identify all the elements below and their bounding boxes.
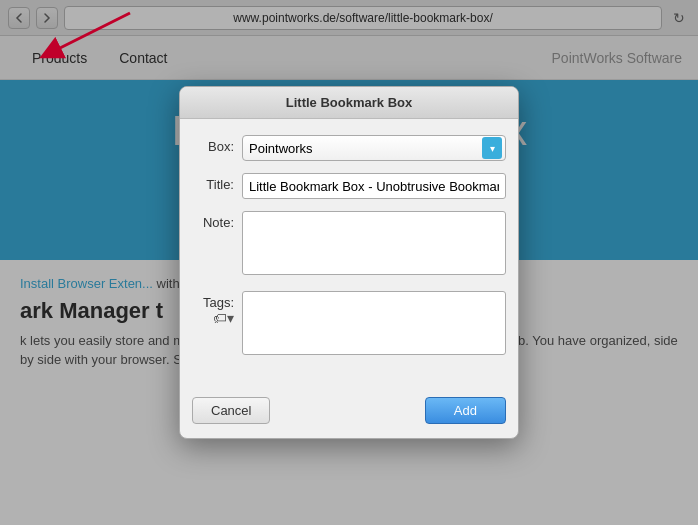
modal-overlay: Little Bookmark Box Box: Pointworks ▾ Ti… <box>0 0 698 525</box>
tags-input[interactable] <box>242 291 506 355</box>
box-field: Pointworks ▾ <box>242 135 506 161</box>
modal-title: Little Bookmark Box <box>286 95 412 110</box>
note-row: Note: <box>192 211 506 279</box>
title-label: Title: <box>192 173 242 192</box>
box-select-wrapper: Pointworks ▾ <box>242 135 506 161</box>
note-label: Note: <box>192 211 242 230</box>
note-input[interactable] <box>242 211 506 275</box>
add-button[interactable]: Add <box>425 397 506 424</box>
note-field <box>242 211 506 279</box>
title-row: Title: <box>192 173 506 199</box>
modal-dialog: Little Bookmark Box Box: Pointworks ▾ Ti… <box>179 86 519 439</box>
tags-row: Tags: 🏷▾ <box>192 291 506 359</box>
tag-icon: 🏷▾ <box>213 310 234 326</box>
modal-title-bar: Little Bookmark Box <box>180 87 518 119</box>
title-input[interactable] <box>242 173 506 199</box>
cancel-button[interactable]: Cancel <box>192 397 270 424</box>
box-row: Box: Pointworks ▾ <box>192 135 506 161</box>
title-field <box>242 173 506 199</box>
modal-body: Box: Pointworks ▾ Title: <box>180 119 518 387</box>
tags-field <box>242 291 506 359</box>
box-select[interactable]: Pointworks <box>242 135 506 161</box>
modal-footer: Cancel Add <box>180 387 518 438</box>
tags-label: Tags: 🏷▾ <box>192 291 242 326</box>
box-label: Box: <box>192 135 242 154</box>
